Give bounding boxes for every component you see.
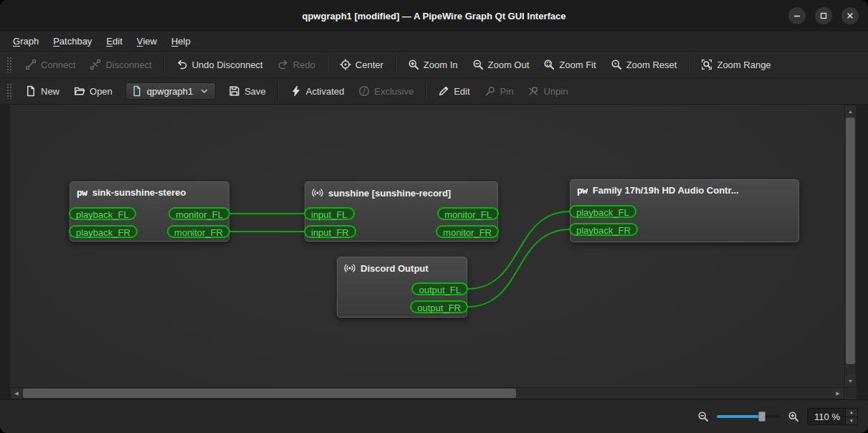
toolbar-button-label: Zoom In: [424, 60, 458, 70]
minimize-button[interactable]: [788, 7, 806, 24]
port-output_FL[interactable]: output_FL: [411, 282, 468, 295]
redo-icon: [277, 59, 289, 70]
toolbar-button-label: Zoom Reset: [626, 60, 677, 70]
port-playback_FL[interactable]: playback_FL: [69, 207, 136, 220]
pipewire-icon: pw: [577, 185, 588, 196]
scroll-right-button[interactable]: ▶: [832, 388, 844, 399]
horizontal-scrollbar[interactable]: ◀ ▶: [10, 387, 844, 399]
connection-wires: [10, 105, 844, 387]
toolbar-button-label: Activated: [306, 86, 344, 97]
toolbar-button-zoom-in[interactable]: Zoom In: [401, 55, 464, 74]
titlebar: qpwgraph1 [modified] — A PipeWire Graph …: [0, 0, 868, 32]
port-monitor_FR[interactable]: monitor_FR: [167, 225, 230, 238]
zoom-in-icon[interactable]: [788, 411, 799, 422]
scrollbar-corner: [844, 387, 857, 399]
toolbar-button-label: Zoom Out: [488, 60, 530, 70]
toolbar-button-label: Exclusive: [374, 86, 414, 97]
toolbar-button-zoom-range[interactable]: Zoom Range: [695, 55, 777, 74]
menu-edit[interactable]: Edit: [99, 32, 129, 51]
node-sink-sunshine-stereo[interactable]: pwsink-sunshine-stereoplayback_FLplaybac…: [70, 181, 229, 242]
toolbar-button-pin: Pin: [478, 82, 520, 100]
node-title: Discord Output: [361, 263, 429, 274]
toolbar-button-connect: Connect: [19, 55, 82, 74]
node-family-hd-audio[interactable]: pwFamily 17h/19h HD Audio Contr...playba…: [570, 179, 799, 242]
menu-view[interactable]: View: [130, 32, 164, 51]
maximize-button[interactable]: [815, 7, 832, 24]
center-icon: [340, 59, 351, 70]
menu-graph[interactable]: Graph: [6, 32, 46, 51]
toolbar-button-label: Connect: [41, 60, 75, 70]
zoom-slider[interactable]: [717, 410, 780, 423]
port-monitor_FL[interactable]: monitor_FL: [437, 207, 499, 220]
toolbar-button-undo-disconnect[interactable]: Undo Disconnect: [170, 55, 270, 74]
toolbar-separator: [395, 56, 396, 73]
exclusive-icon: f: [358, 85, 370, 97]
patchbay-file-combo-value: qpwgraph1: [147, 86, 193, 97]
toolbar-button-label: Zoom Fit: [559, 60, 596, 70]
zoom-spin-arrows: ▲ ▼: [845, 409, 857, 424]
toolbar-button-zoom-fit[interactable]: Zoom Fit: [537, 55, 602, 74]
toolbar-button-new[interactable]: New: [19, 82, 66, 100]
maximize-icon: [820, 11, 827, 22]
window-controls: [788, 0, 859, 32]
pipewire-icon: pw: [77, 187, 87, 198]
vertical-scrollbar[interactable]: ▲ ▼: [844, 105, 857, 387]
toolbar-button-label: Undo Disconnect: [192, 60, 263, 70]
port-input_FL[interactable]: input_FL: [304, 207, 355, 220]
patchbay-file-combo[interactable]: qpwgraph1: [125, 82, 216, 100]
toolbar-separator: [425, 82, 426, 100]
port-playback_FL[interactable]: playback_FL: [569, 205, 636, 218]
toolbar-button-zoom-out[interactable]: Zoom Out: [466, 55, 536, 74]
toolbar-button-edit[interactable]: Edit: [431, 82, 476, 100]
node-discord-output[interactable]: Discord Outputoutput_FLoutput_FR: [337, 257, 467, 318]
node-title: sink-sunshine-stereo: [92, 187, 186, 198]
toolbar-button-activated[interactable]: Activated: [284, 82, 350, 100]
vertical-scroll-thumb[interactable]: [846, 118, 855, 364]
port-playback_FR[interactable]: playback_FR: [69, 225, 138, 238]
toolbar-drag-handle[interactable]: [6, 83, 12, 99]
toolbar-button-center[interactable]: Center: [333, 55, 390, 74]
scroll-up-button[interactable]: ▲: [845, 105, 856, 117]
zoom-spinbox[interactable]: 110 % ▲ ▼: [807, 408, 858, 425]
spin-down-button[interactable]: ▼: [846, 417, 857, 425]
horizontal-scroll-track[interactable]: [23, 389, 831, 398]
main-area: pwsink-sunshine-stereoplayback_FLplaybac…: [0, 105, 868, 399]
port-playback_FR[interactable]: playback_FR: [569, 223, 638, 236]
zoom-out-icon[interactable]: [697, 411, 709, 422]
menu-help[interactable]: Help: [164, 32, 198, 51]
scroll-down-button[interactable]: ▼: [845, 375, 856, 386]
scroll-left-button[interactable]: ◀: [11, 388, 22, 399]
minimize-icon: [793, 11, 801, 22]
toolbar-button-label: Center: [356, 60, 383, 70]
port-monitor_FR[interactable]: monitor_FR: [436, 225, 499, 238]
toolbar-button-zoom-reset[interactable]: Zoom Reset: [604, 55, 684, 74]
activated-icon: [290, 85, 302, 97]
port-output_FR[interactable]: output_FR: [410, 300, 468, 313]
close-icon: [846, 11, 854, 22]
menu-bar: GraphPatchbayEditViewHelp: [0, 32, 868, 52]
horizontal-scroll-thumb[interactable]: [23, 389, 516, 398]
toolbar-button-unpin: Unpin: [521, 82, 574, 100]
toolbar-button-save[interactable]: Save: [222, 82, 272, 100]
toolbar-button-open[interactable]: Open: [67, 82, 119, 100]
zoom-slider-handle[interactable]: [758, 411, 766, 422]
pin-icon: [485, 85, 496, 97]
port-monitor_FL[interactable]: monitor_FL: [168, 207, 230, 220]
node-sunshine[interactable]: sunshine [sunshine-record]input_FLinput_…: [305, 181, 498, 242]
undo-icon: [176, 59, 188, 70]
toolbar-separator: [327, 56, 328, 73]
port-input_FR[interactable]: input_FR: [304, 225, 356, 238]
file-icon: [131, 85, 143, 97]
toolbar-drag-handle[interactable]: [6, 57, 12, 72]
close-button[interactable]: [841, 7, 859, 24]
zoom-value: 110 %: [808, 409, 845, 424]
spin-up-button[interactable]: ▲: [846, 409, 857, 417]
toolbar-button-label: Unpin: [543, 86, 568, 97]
toolbar-button-label: Redo: [293, 60, 315, 70]
graph-canvas[interactable]: pwsink-sunshine-stereoplayback_FLplaybac…: [10, 105, 844, 387]
node-title: sunshine [sunshine-record]: [328, 188, 451, 199]
menu-patchbay[interactable]: Patchbay: [46, 32, 99, 51]
toolbar-button-disconnect: Disconnect: [83, 55, 158, 74]
edit-icon: [438, 85, 449, 97]
vertical-scroll-track[interactable]: [846, 118, 855, 374]
